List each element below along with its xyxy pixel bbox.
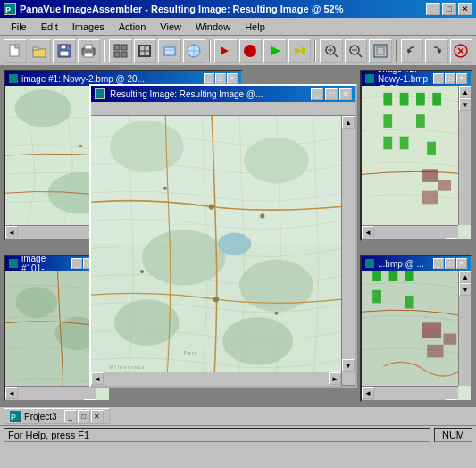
svg-line-31 [334,54,338,57]
panel-bl-scroll-right[interactable]: ► [84,399,96,402]
panel-tr-scroll-up[interactable]: ▲ [459,86,472,98]
menu-action[interactable]: Action [112,20,154,34]
svg-point-93 [260,213,264,218]
panel-tr-icon [365,74,374,83]
panel-tr-scroll-down[interactable]: ▼ [459,98,472,111]
app-titlebar: P PanaVue ImageAssembler - Resulting Ima… [0,0,476,18]
svg-point-69 [16,287,57,318]
svg-rect-59 [383,114,392,128]
taskbar: P Project3 _ □ ✕ [0,405,476,425]
tool-btn2[interactable] [134,39,157,63]
print-button[interactable] [78,39,101,63]
result-minimize[interactable]: _ [311,88,323,100]
maximize-button[interactable]: □ [442,3,456,15]
tool-btn1[interactable] [109,39,132,63]
app-title: PanaVue ImageAssembler - Resulting Image… [20,4,343,14]
tool-btn3[interactable] [158,39,181,63]
svg-rect-77 [405,296,414,309]
panel-tr-close[interactable]: ✕ [456,73,467,84]
panel-tr-hscroll[interactable]: ◄ ► [362,225,458,239]
panel-br-vscroll[interactable]: ▲ ▼ [458,271,471,386]
svg-rect-55 [383,93,392,106]
panel-tr-vscroll[interactable]: ▲ ▼ [458,86,471,225]
svg-rect-58 [432,93,441,106]
project-icon: P [10,411,21,422]
svg-rect-66 [438,180,451,190]
panel-tr-titlebar[interactable]: image #2: Nowy-1.bmp @ 20... _ □ ✕ [362,71,471,86]
project-item[interactable]: P Project3 _ □ ✕ [4,408,110,424]
panel-br-hscroll[interactable]: ◄ ► [362,386,458,400]
redo-button[interactable] [425,39,448,63]
result-vscroll[interactable]: ▲ ▼ [341,116,355,372]
status-num-mode: NUM [434,428,472,442]
panel-br-scroll-up[interactable]: ▲ [459,271,472,283]
menu-window[interactable]: Window [188,20,238,34]
next-button[interactable] [288,39,312,63]
panel-tl-close[interactable]: ✕ [227,73,238,84]
zoom-in-button[interactable] [320,39,343,63]
result-scroll-up[interactable]: ▲ [342,116,355,129]
menu-view[interactable]: View [153,20,188,34]
cancel-button[interactable] [450,39,473,63]
result-title: Resulting Image: Resulting Image @... [110,89,263,99]
panel-br-scroll-left[interactable]: ◄ [362,387,374,399]
panel-br-minimize[interactable]: _ [433,258,444,269]
prev-button[interactable] [214,39,238,63]
result-map-svg: W i l d e r n e s s P a r k [91,116,341,372]
stop-button[interactable] [239,39,263,63]
panel-br-close[interactable]: ✕ [456,258,467,269]
svg-rect-79 [427,345,443,358]
panel-bl-hscroll[interactable]: ◄ ► [5,386,96,400]
menu-file[interactable]: File [4,20,34,34]
svg-marker-29 [295,47,302,54]
panel-bl-minimize[interactable]: _ [71,258,82,269]
result-titlebar[interactable]: Resulting Image: Resulting Image @... _ … [91,86,355,102]
panel-br-scroll-right[interactable]: ► [446,399,458,402]
panel-bl-scroll-left[interactable]: ◄ [5,387,18,399]
result-scroll-left[interactable]: ◄ [91,372,104,385]
result-scroll-right[interactable]: ► [329,372,341,385]
panel-br-titlebar[interactable]: ...bmp @ ... _ □ ✕ [362,256,471,271]
zoom-out-button[interactable] [345,39,368,63]
panel-tl-maximize[interactable]: □ [215,73,226,84]
save-button[interactable] [53,39,76,63]
new-button[interactable] [4,39,27,63]
fit-button[interactable] [369,39,392,63]
result-close[interactable]: ✕ [339,88,352,100]
open-button[interactable] [29,39,52,63]
close-button[interactable]: ✕ [458,3,472,15]
menu-help[interactable]: Help [238,20,272,34]
svg-rect-78 [422,322,441,338]
panel-tr-scroll-right[interactable]: ► [446,238,458,241]
panel-tr-maximize[interactable]: □ [445,73,455,84]
result-maximize[interactable]: □ [325,88,338,100]
svg-rect-28 [302,47,305,54]
panel-br-scroll-down[interactable]: ▼ [459,283,472,296]
panel-tl-scroll-left[interactable]: ◄ [5,226,18,238]
svg-point-86 [244,138,309,184]
svg-rect-44 [9,74,18,83]
panel-tr-minimize[interactable]: _ [433,73,444,84]
tool-btn4[interactable] [183,39,206,63]
play-button[interactable] [263,39,287,63]
sep3 [314,40,316,62]
result-scroll-down[interactable]: ▼ [342,359,355,372]
sep1 [104,40,105,62]
project-minimize[interactable]: _ [64,410,77,422]
svg-rect-11 [84,53,93,57]
project-maximize[interactable]: □ [78,410,90,422]
menu-edit[interactable]: Edit [34,20,65,34]
panel-br-maximize[interactable]: □ [445,258,455,269]
svg-line-35 [358,54,362,57]
project-close[interactable]: ✕ [91,410,104,422]
result-hscroll[interactable]: ◄ ► [91,372,341,386]
project-label: Project3 [24,412,57,422]
undo-button[interactable] [401,39,424,63]
panel-tl-minimize[interactable]: _ [204,73,214,84]
menu-images[interactable]: Images [65,20,112,34]
minimize-button[interactable]: _ [426,3,440,15]
panel-tl-icon [9,74,18,83]
svg-text:W i l d e r n e s s: W i l d e r n e s s [110,364,145,370]
svg-rect-61 [383,137,392,150]
panel-tr-scroll-left[interactable]: ◄ [362,226,374,238]
